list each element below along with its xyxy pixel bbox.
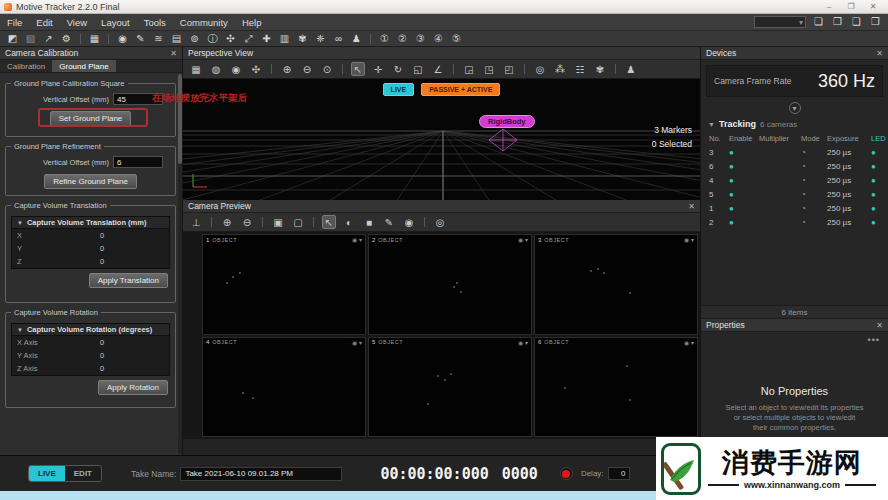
zoom-out-icon[interactable]: ⊖ [300, 62, 314, 76]
menu-help[interactable]: Help [235, 15, 269, 30]
video-icon[interactable]: ▥ [278, 34, 291, 44]
camera-mode-icon[interactable]: ◔ [801, 176, 827, 185]
scale-tool-icon[interactable]: ◱ [411, 62, 425, 76]
axis-value[interactable]: 0 [100, 244, 104, 253]
minimize-button[interactable]: – [818, 1, 840, 13]
rigidbody-icon[interactable]: ❈ [314, 34, 327, 44]
enable-toggle-icon[interactable]: ● [729, 190, 759, 199]
close-icon[interactable]: ✕ [170, 49, 177, 58]
enable-toggle-icon[interactable]: ● [729, 218, 759, 227]
axis-value[interactable]: 0 [100, 351, 104, 360]
close-button[interactable]: ✕ [862, 1, 884, 13]
actor-icon[interactable]: ♟ [350, 34, 363, 44]
camera-options-icon[interactable]: ◉ ▾ [352, 236, 362, 243]
tripod-icon[interactable]: ⊥ [189, 215, 203, 229]
frame-solid-icon[interactable]: ▣ [271, 215, 285, 229]
delay-input[interactable] [608, 467, 630, 480]
eye-icon[interactable]: ◉ [402, 215, 416, 229]
layers-icon[interactable]: ≋ [152, 34, 165, 44]
tracking-group-row[interactable]: ▼ Tracking 6 cameras [701, 114, 888, 132]
record-button[interactable] [560, 467, 573, 480]
settings-gear-icon[interactable]: ⚙ [60, 34, 73, 44]
select-tool-icon[interactable]: ↖ [322, 215, 336, 229]
enable-toggle-icon[interactable]: ● [729, 176, 759, 185]
apply-translation-button[interactable]: Apply Translation [89, 273, 168, 288]
camera-options-icon[interactable]: ◉ ▾ [352, 339, 362, 346]
viewport-layout-2-icon[interactable]: ② [396, 34, 409, 44]
zoom-fit-icon[interactable]: ⊙ [320, 62, 334, 76]
led-toggle-icon[interactable]: ● [871, 218, 888, 227]
export-icon[interactable]: ↗ [42, 34, 55, 44]
camera-mode-icon[interactable]: ◔ [801, 204, 827, 213]
camera-options-icon[interactable]: ◉ ▾ [518, 339, 528, 346]
camera-select-c-icon[interactable]: ◰ [502, 62, 516, 76]
device-row[interactable]: 1●◔250 µs● [701, 201, 888, 215]
frame-empty-icon[interactable]: ▢ [291, 215, 305, 229]
device-row[interactable]: 3●◔250 µs● [701, 145, 888, 159]
link-icon[interactable]: ∞ [332, 34, 345, 44]
live-badge[interactable]: LIVE [383, 83, 415, 96]
ellipsis-menu-icon[interactable]: ••• [868, 335, 880, 345]
camera-view-icon[interactable]: ◉ [229, 62, 243, 76]
globe-icon[interactable]: ◍ [209, 62, 223, 76]
axis-value[interactable]: 0 [100, 231, 104, 240]
camera-mode-icon[interactable]: ◔ [801, 148, 827, 157]
axis-value[interactable]: 0 [100, 338, 104, 347]
device-row[interactable]: 4●◔250 µs● [701, 173, 888, 187]
camera-cell-3[interactable]: 3OBJECT◉ ▾ [534, 234, 698, 335]
set-ground-plane-button[interactable]: Set Ground Plane [50, 111, 132, 126]
mask-icon[interactable]: ■ [362, 215, 376, 229]
close-icon[interactable]: ✕ [876, 49, 883, 58]
camera-cell-1[interactable]: 1OBJECT◉ ▾ [202, 234, 366, 335]
led-toggle-icon[interactable]: ● [871, 204, 888, 213]
camera-select-b-icon[interactable]: ◳ [482, 62, 496, 76]
axis-value[interactable]: 0 [100, 257, 104, 266]
calibration-icon[interactable]: ◩ [6, 34, 19, 44]
menu-view[interactable]: View [60, 15, 94, 30]
trails-icon[interactable]: ☷ [573, 62, 587, 76]
grid-icon[interactable]: ▦ [189, 62, 203, 76]
refine-offset-input[interactable] [113, 156, 163, 168]
chevron-down-icon[interactable]: ▼ [789, 102, 801, 114]
tab-calibration[interactable]: Calibration [0, 60, 52, 72]
close-icon[interactable]: ✕ [688, 202, 695, 211]
layout-combobox[interactable]: ▾ [754, 16, 806, 28]
expand-icon[interactable]: ⤢ [242, 34, 255, 44]
camera-options-icon[interactable]: ◉ ▾ [684, 236, 694, 243]
camera-icon[interactable]: ◉ [116, 34, 129, 44]
marker-labels-icon[interactable]: ⁂ [553, 62, 567, 76]
device-row[interactable]: 2●◔250 µs● [701, 215, 888, 229]
viewport-layout-3-icon[interactable]: ③ [414, 34, 427, 44]
enable-toggle-icon[interactable]: ● [729, 204, 759, 213]
save-layout-icon[interactable]: ❑ [850, 17, 863, 27]
close-icon[interactable]: ✕ [876, 321, 883, 330]
marker-view-icon[interactable]: ✣ [249, 62, 263, 76]
camera-cell-4[interactable]: 4OBJECT◉ ▾ [202, 337, 366, 438]
select-tool-icon[interactable]: ↖ [351, 62, 365, 76]
refine-ground-plane-button[interactable]: Refine Ground Plane [44, 174, 137, 189]
ground-plane-icon[interactable]: ▧ [24, 34, 37, 44]
translate-tool-icon[interactable]: ✛ [371, 62, 385, 76]
led-toggle-icon[interactable]: ● [871, 148, 888, 157]
paste-layout-icon[interactable]: ❐ [831, 17, 844, 27]
menu-layout[interactable]: Layout [94, 15, 137, 30]
led-toggle-icon[interactable]: ● [871, 190, 888, 199]
camera-mode-icon[interactable]: ◔ [801, 190, 827, 199]
assets-icon[interactable]: ▤ [170, 34, 183, 44]
camera-options-icon[interactable]: ◉ ▾ [518, 236, 528, 243]
enable-toggle-icon[interactable]: ● [729, 162, 759, 171]
new-layout-icon[interactable]: ❒ [869, 17, 882, 27]
skeleton-icon[interactable]: ✾ [296, 34, 309, 44]
skeleton-view-icon[interactable]: ✾ [593, 62, 607, 76]
markers-icon[interactable]: ✣ [224, 34, 237, 44]
info-icon[interactable]: ⓘ [206, 34, 219, 44]
apply-rotation-button[interactable]: Apply Rotation [98, 380, 168, 395]
camera-cell-5[interactable]: 5OBJECT◉ ▾ [368, 337, 532, 438]
camera-options-icon[interactable]: ◉ ▾ [684, 339, 694, 346]
menu-community[interactable]: Community [173, 15, 235, 30]
passive-active-badge[interactable]: PASSIVE + ACTIVE [421, 83, 500, 96]
viewport-layout-5-icon[interactable]: ⑤ [450, 34, 463, 44]
menu-file[interactable]: File [0, 15, 29, 30]
device-row[interactable]: 5●◔250 µs● [701, 187, 888, 201]
copy-layout-icon[interactable]: ❏ [812, 17, 825, 27]
